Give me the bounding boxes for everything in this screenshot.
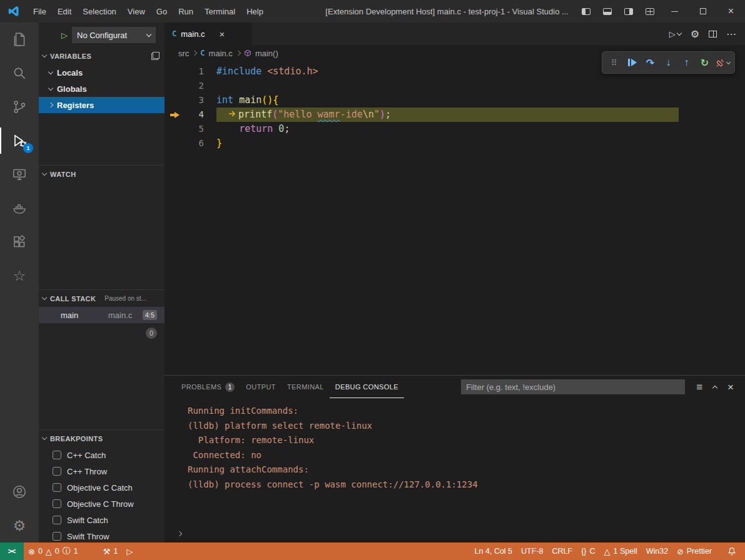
checkbox-unchecked[interactable] [53, 532, 61, 541]
play-icon: ▷ [669, 29, 676, 39]
watch-header[interactable]: WATCH [39, 166, 165, 182]
problems-status[interactable]: ⊗ 0 △ 0 ⓘ 1 [24, 542, 83, 560]
output-settings-icon[interactable]: ≡ [696, 382, 702, 392]
activity-item-source-control[interactable] [0, 90, 39, 124]
debug-console-input[interactable] [165, 525, 745, 542]
breakpoint-row-c-catch[interactable]: C++ Catch [39, 447, 165, 463]
editor[interactable]: 1#include <stdio.h>23int main(){4 printf… [165, 61, 745, 375]
code-line-3[interactable]: 3int main(){ [165, 93, 745, 108]
glyph-margin[interactable] [165, 122, 186, 136]
glyph-margin[interactable] [165, 79, 186, 93]
checkbox-unchecked[interactable] [53, 499, 61, 508]
glyph-margin[interactable] [165, 93, 186, 108]
continue-button[interactable] [624, 54, 641, 71]
more-actions-icon[interactable]: ⋯ [726, 28, 736, 40]
encoding-status[interactable]: UTF-8 [517, 547, 547, 556]
code-line-5[interactable]: 5 return 0; [165, 122, 745, 136]
maximize-panel-icon[interactable] [712, 385, 717, 390]
menu-run[interactable]: Run [173, 0, 199, 22]
toolchain-status[interactable]: ⚒ 1 [99, 542, 123, 560]
breakpoint-row-swift-throw[interactable]: Swift Throw [39, 528, 165, 542]
settings-gear-icon[interactable]: ⚙ [691, 28, 699, 40]
run-file-button[interactable]: ▷ [669, 29, 681, 39]
close-panel-icon[interactable]: × [727, 382, 734, 392]
variables-item-registers[interactable]: Registers [39, 97, 165, 113]
activity-item-extensions[interactable] [0, 225, 39, 259]
checkbox-unchecked[interactable] [53, 516, 61, 524]
toggle-primary-sidebar-icon[interactable] [575, 0, 597, 22]
glyph-margin[interactable] [165, 64, 186, 79]
code-line-4[interactable]: 4 printf("hello wamr-ide\n"); [165, 108, 745, 122]
language-status[interactable]: {} C [577, 547, 599, 556]
split-editor-icon[interactable] [709, 31, 717, 38]
breakpoint-row-objective-c-catch[interactable]: Objective C Catch [39, 479, 165, 496]
notifications-button[interactable] [727, 547, 736, 556]
stack-frame-row[interactable]: main main.c 4:5 [39, 307, 165, 323]
console-filter-input[interactable] [461, 379, 685, 394]
customize-layout-icon[interactable] [639, 0, 661, 22]
glyph-margin[interactable] [165, 136, 186, 151]
menu-view[interactable]: View [122, 0, 151, 22]
formatter-status[interactable]: ⊘ Prettier [672, 547, 716, 556]
breakpoint-row-objective-c-throw[interactable]: Objective C Throw [39, 496, 165, 512]
variables-item-locals[interactable]: Locals [39, 64, 165, 81]
platform-status[interactable]: Win32 [642, 547, 672, 556]
drag-handle-icon[interactable]: ⠿ [606, 54, 622, 71]
activity-item-explorer[interactable] [0, 22, 39, 56]
breakpoint-row-c-throw[interactable]: C++ Throw [39, 463, 165, 479]
call-stack-header[interactable]: CALL STACK Paused on st... [39, 290, 165, 307]
disconnect-button[interactable] [714, 54, 731, 71]
activity-item-docker[interactable] [0, 191, 39, 225]
panel-tab-debug-console[interactable]: DEBUG CONSOLE [330, 376, 404, 398]
menu-help[interactable]: Help [241, 0, 269, 22]
code-line-2[interactable]: 2 [165, 79, 745, 93]
panel-tab-terminal[interactable]: TERMINAL [281, 376, 330, 398]
breadcrumb-symbol[interactable]: main() [255, 49, 278, 58]
minimize-button[interactable] [661, 0, 689, 22]
step-out-button[interactable]: ↑ [678, 54, 695, 71]
activity-item-search[interactable] [0, 56, 39, 90]
debug-status[interactable]: ▷ [122, 542, 137, 560]
activity-item-run-and-debug[interactable]: 1 [0, 124, 39, 158]
breakpoints-header[interactable]: BREAKPOINTS [39, 430, 165, 447]
code-line-6[interactable]: 6} [165, 136, 745, 151]
cursor-position-status[interactable]: Ln 4, Col 5 [470, 547, 517, 556]
spell-status[interactable]: △ 1 Spell [600, 547, 642, 556]
account-button[interactable] [0, 475, 39, 509]
menu-selection[interactable]: Selection [77, 0, 121, 22]
variables-header[interactable]: VARIABLES [39, 48, 165, 64]
tab-main-c[interactable]: C main.c × [165, 22, 252, 45]
collapse-all-icon[interactable] [151, 52, 160, 60]
start-debugging-icon[interactable]: ▷ [61, 31, 68, 40]
checkbox-unchecked[interactable] [53, 451, 61, 459]
activity-item-favorites[interactable]: ☆ [0, 259, 39, 292]
remote-indicator[interactable]: >< [0, 542, 24, 560]
panel-tab-problems[interactable]: PROBLEMS1 [176, 376, 240, 398]
restart-button[interactable]: ↻ [696, 54, 713, 71]
breakpoint-row-swift-catch[interactable]: Swift Catch [39, 512, 165, 528]
menu-file[interactable]: File [28, 0, 52, 22]
activity-item-remote-explorer[interactable] [0, 158, 39, 191]
debug-config-dropdown[interactable]: No Configurat [72, 27, 156, 43]
step-over-button[interactable]: ↷ [642, 54, 659, 71]
step-into-button[interactable]: ↓ [660, 54, 677, 71]
checkbox-unchecked[interactable] [53, 467, 61, 476]
maximize-button[interactable] [689, 0, 717, 22]
close-tab-icon[interactable]: × [220, 29, 225, 39]
code-token [233, 94, 239, 106]
menu-terminal[interactable]: Terminal [199, 0, 241, 22]
toggle-panel-icon[interactable] [597, 0, 618, 22]
eol-status[interactable]: CRLF [548, 547, 577, 556]
breakpoints-list: C++ CatchC++ ThrowObjective C CatchObjec… [39, 447, 165, 542]
glyph-margin[interactable] [165, 108, 186, 122]
checkbox-unchecked[interactable] [53, 483, 61, 492]
menu-go[interactable]: Go [151, 0, 173, 22]
breadcrumb-src[interactable]: src [178, 49, 189, 58]
close-window-button[interactable]: × [717, 0, 745, 22]
menu-edit[interactable]: Edit [52, 0, 77, 22]
breadcrumb-file[interactable]: main.c [209, 49, 233, 58]
settings-button[interactable]: ⚙ [0, 509, 39, 542]
panel-tab-output[interactable]: OUTPUT [240, 376, 281, 398]
variables-item-globals[interactable]: Globals [39, 81, 165, 97]
toggle-secondary-sidebar-icon[interactable] [618, 0, 639, 22]
